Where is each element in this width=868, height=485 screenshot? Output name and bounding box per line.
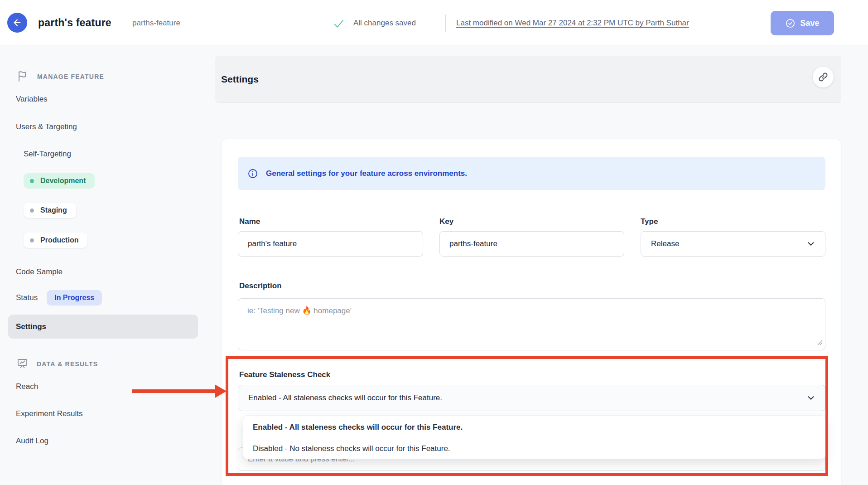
save-button[interactable]: Save	[771, 11, 834, 35]
info-banner-text: General settings for your feature across…	[266, 169, 467, 178]
sidebar-item-variables[interactable]: Variables	[16, 95, 48, 104]
circle-check-icon	[785, 18, 796, 29]
staleness-select[interactable]: Enabled - All staleness checks will occu…	[238, 385, 825, 411]
chevron-down-icon	[806, 393, 816, 403]
last-modified-link[interactable]: Last modified on Wed Mar 27 2024 at 2:32…	[456, 19, 689, 28]
chevron-down-icon	[806, 239, 816, 249]
staleness-option-disabled[interactable]: Disabled - No staleness checks will occu…	[243, 438, 825, 459]
description-label: Description	[239, 281, 282, 291]
section-manage-feature: MANAGE FEATURE	[17, 70, 104, 82]
env-production-label: Production	[40, 236, 78, 244]
sidebar-item-settings[interactable]: Settings	[8, 315, 198, 339]
staleness-select-value: Enabled - All staleness checks will occu…	[248, 393, 442, 403]
top-header: parth's feature parths-feature All chang…	[0, 0, 868, 45]
description-textarea[interactable]	[238, 298, 825, 350]
info-icon	[247, 168, 258, 179]
sidebar-item-users-targeting[interactable]: Users & Targeting	[16, 122, 77, 131]
sidebar-item-self-targeting[interactable]: Self-Targeting	[24, 150, 71, 159]
sidebar-item-status[interactable]: Status In Progress	[16, 290, 102, 306]
feature-title: parth's feature	[38, 17, 111, 29]
staleness-option-enabled[interactable]: Enabled - All staleness checks will occu…	[243, 417, 825, 438]
name-input[interactable]	[238, 231, 423, 257]
sidebar-settings-label: Settings	[16, 322, 46, 331]
save-button-label: Save	[800, 19, 819, 28]
sidebar-env-staging[interactable]: Staging	[24, 203, 76, 218]
staleness-dropdown-menu: Enabled - All staleness checks will occu…	[243, 415, 826, 459]
section-data-results: DATA & RESULTS	[16, 358, 98, 370]
env-dot-icon	[30, 238, 34, 242]
sidebar-item-reach[interactable]: Reach	[16, 382, 38, 391]
flag-icon	[17, 70, 29, 82]
page-title: Settings	[221, 74, 259, 85]
header-divider	[445, 15, 446, 32]
info-banner: General settings for your feature across…	[238, 157, 825, 190]
type-select-value: Release	[651, 239, 679, 248]
feature-key-slug: parths-feature	[132, 19, 180, 28]
status-label: Status	[16, 293, 38, 302]
app-root: parth's feature parths-feature All chang…	[0, 0, 868, 485]
env-staging-label: Staging	[40, 206, 67, 214]
settings-header-panel: Settings	[215, 56, 841, 103]
check-icon	[333, 18, 345, 29]
arrow-left-icon	[12, 18, 22, 28]
section-manage-feature-label: MANAGE FEATURE	[37, 73, 104, 80]
back-button[interactable]	[7, 13, 27, 33]
sidebar-item-code-sample[interactable]: Code Sample	[16, 267, 63, 276]
key-label: Key	[439, 217, 453, 226]
settings-card: General settings for your feature across…	[221, 139, 841, 485]
sidebar-env-development[interactable]: Development	[24, 173, 95, 189]
name-label: Name	[239, 217, 260, 226]
presentation-chart-icon	[16, 358, 29, 370]
key-input[interactable]	[439, 231, 624, 257]
copy-link-button[interactable]	[813, 67, 834, 87]
staleness-label: Feature Staleness Check	[239, 370, 330, 379]
link-icon	[818, 72, 829, 82]
sidebar-env-production[interactable]: Production	[24, 233, 87, 248]
annotation-arrow	[132, 389, 216, 393]
section-data-results-label: DATA & RESULTS	[37, 360, 98, 367]
env-dot-icon	[30, 209, 34, 213]
saved-status: All changes saved	[353, 19, 416, 28]
sidebar-item-experiment-results[interactable]: Experiment Results	[16, 409, 82, 418]
env-development-label: Development	[40, 177, 86, 185]
env-dot-icon	[30, 179, 34, 183]
sidebar-item-audit-log[interactable]: Audit Log	[16, 436, 48, 446]
status-badge: In Progress	[47, 290, 102, 306]
type-label: Type	[641, 217, 658, 226]
type-select[interactable]: Release	[641, 231, 825, 257]
